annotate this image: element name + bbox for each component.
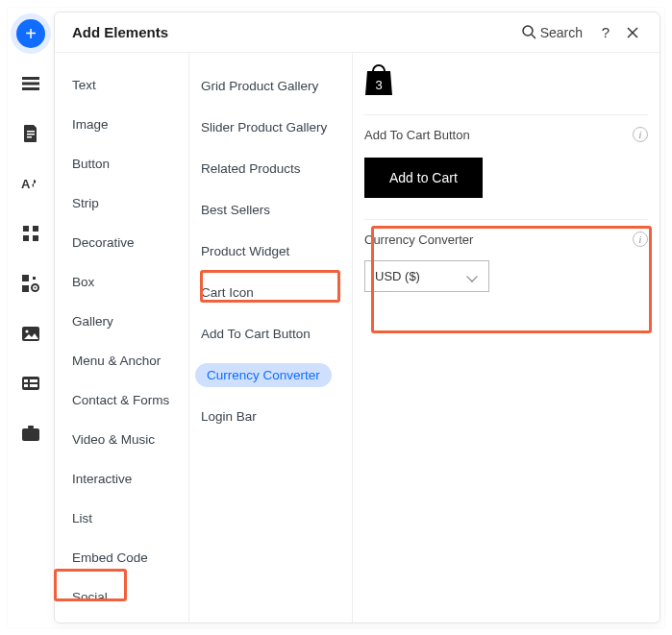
- subcategory-label: Slider Product Gallery: [201, 115, 327, 139]
- category-item[interactable]: Social: [55, 578, 188, 616]
- category-item[interactable]: Decorative: [55, 224, 188, 261]
- pages-icon[interactable]: [16, 69, 45, 98]
- subcategory-label: Add To Cart Button: [201, 322, 311, 346]
- svg-point-25: [523, 26, 533, 36]
- svg-rect-8: [33, 226, 38, 232]
- svg-rect-24: [22, 428, 39, 441]
- category-item[interactable]: Image: [55, 106, 188, 143]
- svg-rect-13: [22, 285, 29, 292]
- currency-value: USD ($): [375, 269, 420, 283]
- category-label: Embed Code: [72, 547, 148, 569]
- table-icon[interactable]: [16, 369, 45, 398]
- subcategory-item[interactable]: Product Widget: [189, 232, 352, 271]
- svg-rect-9: [23, 235, 29, 241]
- category-label: Box: [72, 271, 94, 293]
- svg-point-15: [35, 287, 37, 289]
- svg-rect-19: [24, 379, 28, 382]
- category-label: Strip: [72, 192, 99, 214]
- svg-rect-20: [30, 379, 37, 382]
- subcategory-label: Best Sellers: [201, 198, 270, 222]
- category-item[interactable]: List: [55, 500, 188, 537]
- subcategory-item[interactable]: Login Bar: [189, 397, 352, 436]
- plus-icon: +: [16, 19, 45, 48]
- close-icon: [627, 27, 638, 38]
- svg-point-17: [25, 330, 28, 332]
- panel-header: Add Elements Search ?: [55, 12, 660, 53]
- panel-title: Add Elements: [72, 24, 522, 40]
- panel-body: TextImageButtonStripDecorativeBoxGallery…: [55, 53, 660, 623]
- category-label: List: [72, 507, 92, 529]
- search-label: Search: [540, 25, 583, 40]
- category-label: Gallery: [72, 310, 113, 332]
- svg-text:3: 3: [375, 78, 382, 92]
- category-label: Contact & Forms: [72, 389, 169, 411]
- category-item[interactable]: Button: [55, 145, 188, 183]
- svg-rect-18: [22, 377, 39, 390]
- svg-rect-4: [27, 134, 35, 135]
- grid-icon[interactable]: [16, 219, 45, 248]
- svg-rect-2: [22, 87, 39, 90]
- subcategory-label: Grid Product Gallery: [201, 74, 318, 98]
- info-icon[interactable]: i: [633, 232, 648, 247]
- svg-rect-11: [22, 275, 29, 281]
- add-to-cart-button[interactable]: Add to Cart: [364, 158, 483, 198]
- category-item[interactable]: Menu & Anchor: [55, 342, 188, 379]
- add-button[interactable]: +: [16, 19, 45, 48]
- svg-rect-5: [27, 136, 32, 138]
- svg-text:A: A: [21, 177, 31, 191]
- design-icon[interactable]: A: [16, 169, 45, 198]
- cart-icon[interactable]: 3: [364, 62, 393, 97]
- subcategory-label: Currency Converter: [195, 363, 332, 387]
- subcategory-item[interactable]: Cart Icon: [189, 273, 352, 312]
- apps-icon[interactable]: [16, 269, 45, 298]
- category-item[interactable]: Box: [55, 263, 188, 301]
- svg-rect-0: [22, 77, 39, 80]
- subcategory-item[interactable]: Currency Converter: [189, 355, 352, 395]
- category-label: Video & Music: [72, 428, 155, 451]
- search-icon: [522, 25, 536, 39]
- help-button[interactable]: ?: [592, 19, 619, 46]
- category-label: Social: [72, 586, 108, 608]
- subcategory-item[interactable]: Slider Product Gallery: [189, 108, 352, 147]
- subcategory-label: Product Widget: [201, 239, 289, 263]
- category-item[interactable]: Contact & Forms: [55, 381, 188, 419]
- close-button[interactable]: [619, 19, 646, 46]
- subcategory-item[interactable]: Grid Product Gallery: [189, 66, 352, 106]
- briefcase-icon[interactable]: [16, 419, 45, 448]
- preview-column: 3 Add To Cart Button i Add to Cart Curre…: [353, 53, 660, 623]
- section-title: Add To Cart Button: [364, 128, 470, 142]
- subcategory-label: Cart Icon: [201, 281, 254, 305]
- svg-rect-22: [30, 384, 37, 387]
- category-label: Text: [72, 74, 96, 96]
- category-item[interactable]: Interactive: [55, 460, 188, 498]
- left-rail: + A: [8, 8, 54, 627]
- category-item[interactable]: Strip: [55, 184, 188, 222]
- svg-rect-3: [27, 131, 35, 133]
- subcategory-list: Grid Product GallerySlider Product Galle…: [189, 53, 353, 623]
- subcategory-item[interactable]: Add To Cart Button: [189, 314, 352, 354]
- currency-select[interactable]: USD ($): [364, 260, 489, 292]
- category-item[interactable]: Text: [55, 66, 188, 104]
- svg-rect-1: [22, 83, 39, 85]
- svg-rect-7: [23, 226, 29, 232]
- category-label: Image: [72, 113, 109, 135]
- subcategory-label: Related Products: [201, 157, 301, 181]
- svg-rect-10: [33, 235, 38, 241]
- document-icon[interactable]: [16, 119, 45, 148]
- subcategory-item[interactable]: Best Sellers: [189, 190, 352, 230]
- search-button[interactable]: Search: [522, 25, 583, 40]
- subcategory-item[interactable]: Related Products: [189, 149, 352, 188]
- category-item[interactable]: Gallery: [55, 303, 188, 340]
- chevron-down-icon: [467, 273, 479, 281]
- category-list: TextImageButtonStripDecorativeBoxGallery…: [55, 53, 189, 623]
- image-icon[interactable]: [16, 319, 45, 348]
- category-label: Interactive: [72, 468, 132, 490]
- category-item[interactable]: Embed Code: [55, 539, 188, 576]
- subcategory-label: Login Bar: [201, 404, 257, 428]
- section-title: Currency Converter: [364, 232, 473, 247]
- category-item[interactable]: Video & Music: [55, 421, 188, 458]
- category-label: Menu & Anchor: [72, 350, 161, 372]
- info-icon[interactable]: i: [633, 127, 648, 142]
- category-item[interactable]: Payments: [55, 618, 188, 623]
- add-elements-panel: Add Elements Search ? TextImageButtonStr…: [54, 12, 660, 623]
